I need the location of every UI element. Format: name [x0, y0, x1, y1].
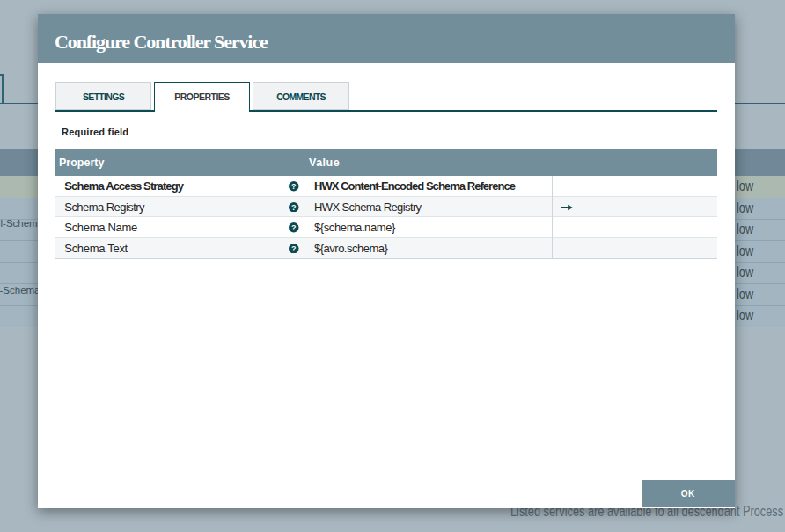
- svg-text:?: ?: [291, 223, 296, 232]
- svg-text:?: ?: [291, 203, 296, 212]
- svg-text:?: ?: [291, 244, 296, 253]
- svg-text:?: ?: [291, 182, 296, 191]
